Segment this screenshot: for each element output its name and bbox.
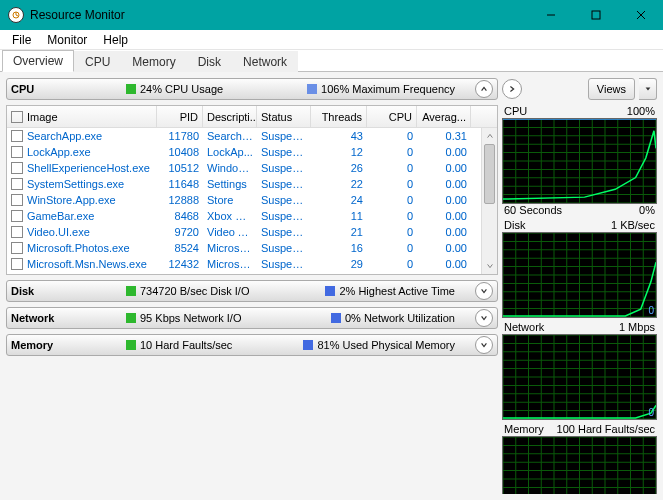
metric-net-io: 95 Kbps Network I/O bbox=[140, 312, 242, 324]
th-threads[interactable]: Threads bbox=[311, 106, 367, 127]
cell-threads: 29 bbox=[311, 258, 367, 270]
th-status[interactable]: Status bbox=[257, 106, 311, 127]
collapse-button-memory[interactable] bbox=[475, 336, 493, 354]
minimize-button[interactable] bbox=[528, 0, 573, 30]
chevron-down-icon bbox=[480, 314, 488, 322]
scrollbar[interactable] bbox=[481, 128, 497, 274]
tab-overview[interactable]: Overview bbox=[2, 50, 74, 72]
row-checkbox[interactable] bbox=[11, 130, 23, 142]
left-pane: CPU 24% CPU Usage 106% Maximum Frequency… bbox=[0, 72, 498, 500]
th-image[interactable]: Image bbox=[7, 106, 157, 127]
cell-cpu: 0 bbox=[367, 162, 417, 174]
cell-average: 0.00 bbox=[417, 210, 471, 222]
th-pid[interactable]: PID bbox=[157, 106, 203, 127]
select-all-checkbox[interactable] bbox=[11, 111, 23, 123]
cell-cpu: 0 bbox=[367, 130, 417, 142]
collapse-button-disk[interactable] bbox=[475, 282, 493, 300]
tab-cpu[interactable]: CPU bbox=[74, 51, 121, 72]
menu-file[interactable]: File bbox=[4, 31, 39, 49]
swatch-disk-active bbox=[325, 286, 335, 296]
cell-image: SearchApp.exe bbox=[7, 130, 157, 142]
table-row[interactable]: WinStore.App.exe12888StoreSuspen...2400.… bbox=[7, 192, 497, 208]
cell-status: Suspen... bbox=[257, 178, 311, 190]
cell-pid: 12432 bbox=[157, 258, 203, 270]
section-header-disk[interactable]: Disk 734720 B/sec Disk I/O 2% Highest Ac… bbox=[6, 280, 498, 302]
row-checkbox[interactable] bbox=[11, 226, 23, 238]
chart-foot-right: 0% bbox=[639, 204, 655, 216]
table-row[interactable]: SystemSettings.exe11648SettingsSuspen...… bbox=[7, 176, 497, 192]
tab-network[interactable]: Network bbox=[232, 51, 298, 72]
metric-net-util: 0% Network Utilization bbox=[345, 312, 455, 324]
swatch-mem-used bbox=[303, 340, 313, 350]
swatch-mem-faults bbox=[126, 340, 136, 350]
cell-status: Suspen... bbox=[257, 258, 311, 270]
cell-description: Xbox Ga... bbox=[203, 210, 257, 222]
tab-disk[interactable]: Disk bbox=[187, 51, 232, 72]
cell-threads: 21 bbox=[311, 226, 367, 238]
cell-description: Store bbox=[203, 194, 257, 206]
views-button[interactable]: Views bbox=[588, 78, 635, 100]
cell-cpu: 0 bbox=[367, 210, 417, 222]
row-checkbox[interactable] bbox=[11, 146, 23, 158]
table-row[interactable]: Video.UI.exe9720Video A...Suspen...2100.… bbox=[7, 224, 497, 240]
chart-max: 1 Mbps bbox=[619, 321, 655, 333]
tab-memory[interactable]: Memory bbox=[121, 51, 186, 72]
metric-cpu-freq: 106% Maximum Frequency bbox=[321, 83, 455, 95]
section-title-memory: Memory bbox=[11, 339, 126, 351]
row-checkbox[interactable] bbox=[11, 258, 23, 270]
th-cpu[interactable]: CPU bbox=[367, 106, 417, 127]
section-title-network: Network bbox=[11, 312, 126, 324]
cell-description: Microso... bbox=[203, 258, 257, 270]
menu-help[interactable]: Help bbox=[95, 31, 136, 49]
swatch-cpu-freq bbox=[307, 84, 317, 94]
nav-right-button[interactable] bbox=[502, 79, 522, 99]
tab-bar: Overview CPU Memory Disk Network bbox=[0, 50, 663, 72]
section-header-memory[interactable]: Memory 10 Hard Faults/sec 81% Used Physi… bbox=[6, 334, 498, 356]
chevron-down-icon bbox=[644, 85, 652, 93]
collapse-button-cpu[interactable] bbox=[475, 80, 493, 98]
row-checkbox[interactable] bbox=[11, 194, 23, 206]
cell-cpu: 0 bbox=[367, 146, 417, 158]
chart-title: Network bbox=[504, 321, 544, 333]
row-checkbox[interactable] bbox=[11, 178, 23, 190]
section-title-disk: Disk bbox=[11, 285, 126, 297]
scroll-down-icon[interactable] bbox=[482, 258, 497, 274]
section-header-network[interactable]: Network 95 Kbps Network I/O 0% Network U… bbox=[6, 307, 498, 329]
section-header-cpu[interactable]: CPU 24% CPU Usage 106% Maximum Frequency bbox=[6, 78, 498, 100]
table-row[interactable]: SearchApp.exe11780Search ...Suspen...430… bbox=[7, 128, 497, 144]
cell-cpu: 0 bbox=[367, 242, 417, 254]
menu-monitor[interactable]: Monitor bbox=[39, 31, 95, 49]
table-header: Image PID Descripti... Status Threads CP… bbox=[7, 106, 497, 128]
table-row[interactable]: Microsoft.Msn.News.exe12432Microso...Sus… bbox=[7, 256, 497, 272]
chart-canvas: 0 bbox=[502, 232, 657, 318]
maximize-button[interactable] bbox=[573, 0, 618, 30]
table-row[interactable]: LockApp.exe10408LockAp...Suspen...1200.0… bbox=[7, 144, 497, 160]
cell-image: ShellExperienceHost.exe bbox=[7, 162, 157, 174]
row-checkbox[interactable] bbox=[11, 210, 23, 222]
row-checkbox[interactable] bbox=[11, 162, 23, 174]
table-row[interactable]: Microsoft.Photos.exe8524Microso...Suspen… bbox=[7, 240, 497, 256]
cell-description: Microso... bbox=[203, 242, 257, 254]
th-description[interactable]: Descripti... bbox=[203, 106, 257, 127]
cell-description: Video A... bbox=[203, 226, 257, 238]
th-average[interactable]: Averag... bbox=[417, 106, 471, 127]
swatch-net-io bbox=[126, 313, 136, 323]
cell-threads: 24 bbox=[311, 194, 367, 206]
close-button[interactable] bbox=[618, 0, 663, 30]
views-dropdown[interactable] bbox=[639, 78, 657, 100]
row-checkbox[interactable] bbox=[11, 242, 23, 254]
svg-line-2 bbox=[16, 15, 18, 16]
collapse-button-network[interactable] bbox=[475, 309, 493, 327]
table-row[interactable]: GameBar.exe8468Xbox Ga...Suspen...1100.0… bbox=[7, 208, 497, 224]
cell-average: 0.00 bbox=[417, 194, 471, 206]
cell-image: LockApp.exe bbox=[7, 146, 157, 158]
scroll-thumb[interactable] bbox=[484, 144, 495, 204]
cell-status: Suspen... bbox=[257, 194, 311, 206]
chevron-down-icon bbox=[480, 341, 488, 349]
cell-threads: 43 bbox=[311, 130, 367, 142]
table-row[interactable]: ShellExperienceHost.exe10512Window...Sus… bbox=[7, 160, 497, 176]
cell-pid: 8524 bbox=[157, 242, 203, 254]
cell-description: Settings bbox=[203, 178, 257, 190]
cell-status: Suspen... bbox=[257, 242, 311, 254]
scroll-up-icon[interactable] bbox=[482, 128, 497, 144]
